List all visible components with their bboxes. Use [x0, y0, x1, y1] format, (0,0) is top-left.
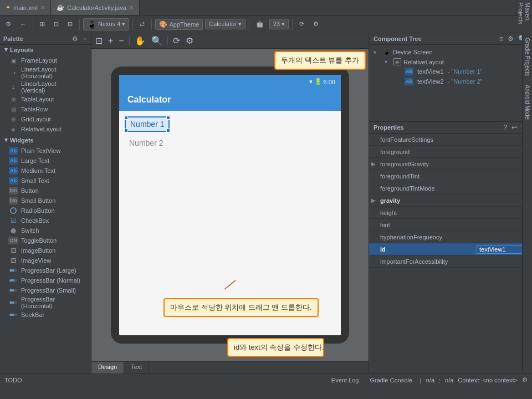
tree-item-device-screen[interactable]: ▾ 📱 Device Screen	[369, 47, 532, 57]
prop-row-fontFeatureSettings[interactable]: fontFeatureSettings	[369, 134, 532, 146]
palette-item-small-text[interactable]: Ab Small Text	[0, 176, 91, 186]
event-log-btn[interactable]: Event Log	[328, 377, 362, 383]
palette-item-radiobutton[interactable]: RadioButton	[0, 206, 91, 216]
palette-item-small-button[interactable]: btn Small Button	[0, 196, 91, 206]
tree-item-textview1[interactable]: Ab textView1 - "Number 1"	[369, 66, 532, 76]
zoom-out-btn[interactable]: −	[117, 36, 125, 46]
right-panel: 두개의 텍스트 뷰를 추가 Component Tree ≡ ⚙ 🔍 ▾ 📱 D…	[369, 33, 532, 374]
handle-tr[interactable]	[166, 116, 170, 120]
textview1-text: Number 1	[130, 120, 164, 129]
tab-text[interactable]: Text	[124, 362, 149, 374]
tree-item-textview2[interactable]: Ab textView2 - "Number 2"	[369, 76, 532, 86]
gradle-tab[interactable]: Gradle Projects	[523, 33, 531, 80]
prop-row-height[interactable]: height	[369, 207, 532, 219]
tab-design[interactable]: Design	[91, 362, 124, 374]
handle-tl[interactable]	[124, 116, 128, 120]
prop-row-foregroundTintMode[interactable]: foregroundTintMode	[369, 182, 532, 195]
palette-item-togglebutton[interactable]: ON ToggleButton	[0, 236, 91, 245]
palette-item-tablelayout[interactable]: ⊞ TableLayout	[0, 94, 91, 104]
progressbar-small-icon	[9, 286, 18, 295]
palette-settings-btn[interactable]: ⚙	[71, 35, 79, 43]
canvas-sep1	[129, 37, 130, 45]
palette-item-linearlayout-v[interactable]: ⇣ LinearLayout (Vertical)	[0, 80, 91, 94]
palette-item-framelayout[interactable]: ▣ FrameLayout	[0, 55, 91, 65]
prop-expand-gravity: ▶	[369, 197, 378, 203]
refresh-btn[interactable]: ⟳	[296, 19, 308, 29]
todo-label[interactable]: TODO	[4, 377, 22, 383]
calculator-dropdown[interactable]: Calculator ▾	[205, 19, 245, 29]
canvas-settings-btn[interactable]: ⚙	[184, 35, 195, 46]
prop-row-foregroundGravity[interactable]: ▶ foregroundGravity []	[369, 158, 532, 170]
prop-row-foregroundTint[interactable]: foregroundTint	[369, 170, 532, 182]
palette-item-progressbar-horizontal[interactable]: ProgressBar (Horizontal)	[0, 295, 91, 310]
widgets-section: Ab Plain TextView Ab Large Text Ab Mediu…	[0, 145, 91, 321]
prop-row-foreground[interactable]: foreground	[369, 146, 532, 158]
prop-row-gravity[interactable]: ▶ gravity []	[369, 195, 532, 207]
component-tree-expand-btn[interactable]: ⚙	[507, 35, 515, 43]
tab-calculator-java[interactable]: ☕ CalculatorActivity.java ✕	[51, 0, 140, 15]
refresh-canvas-btn[interactable]: ⟳	[171, 35, 182, 46]
textview2[interactable]: Number 2	[125, 136, 335, 150]
zoom-fit-btn[interactable]: ⊡	[94, 35, 104, 46]
orientation-btn[interactable]: ⇄	[136, 19, 148, 29]
palette-item-checkbox[interactable]: ☑ CheckBox	[0, 216, 91, 226]
apptheme-dropdown[interactable]: 🎨 AppTheme	[155, 19, 203, 30]
handle-br[interactable]	[166, 129, 170, 132]
nexus-dropdown[interactable]: 📱 Nexus 4 ▾	[83, 18, 129, 30]
plain-textview-icon: Ab	[9, 146, 18, 155]
zoom-btn[interactable]: 🔍	[150, 35, 164, 46]
palette-item-gridlayout[interactable]: ⊞ GridLayout	[0, 114, 91, 124]
palette-close-btn[interactable]: −	[81, 35, 88, 43]
palette-item-imagebutton[interactable]: 🖼 ImageButton	[0, 245, 91, 255]
palette-item-relativelayout[interactable]: ◈ RelativeLayout	[0, 124, 91, 134]
relativelayout-icon: ◈	[9, 125, 18, 134]
handle-bl[interactable]	[124, 129, 128, 132]
component-tree-sort-btn[interactable]: ≡	[498, 35, 504, 43]
tab-main-xml[interactable]: ✦ main.xml ✕	[0, 0, 51, 15]
palette-item-linearlayout-h[interactable]: ⇢ LinearLayout (Horizontal)	[0, 65, 91, 80]
api-btn[interactable]: 🤖	[253, 19, 267, 29]
palette-item-progressbar-normal[interactable]: ProgressBar (Normal)	[0, 275, 91, 285]
settings-btn2[interactable]: ⚙	[310, 19, 322, 29]
palette-item-imageview[interactable]: 🖼 ImageView	[0, 255, 91, 265]
arrow-back-button[interactable]: ←	[17, 20, 29, 29]
prop-name-id: id	[378, 246, 477, 253]
palette-item-medium-text[interactable]: Ab Medium Text	[0, 166, 91, 176]
close-icon-calculator-java[interactable]: ✕	[129, 4, 134, 11]
layout-btn[interactable]: ⊞	[37, 19, 48, 29]
palette-group-layouts[interactable]: ▾ Layouts	[0, 45, 91, 54]
layout-btn2[interactable]: ⊡	[50, 19, 62, 29]
maven-projects-tab[interactable]: Maven Projects	[516, 0, 532, 15]
tree-item-relativelayout[interactable]: ▾ ◈ RelativeLayout	[369, 57, 532, 66]
layout-btn3[interactable]: ⊟	[64, 19, 76, 29]
textview1-container[interactable]: Number 1	[125, 116, 335, 132]
palette-header-icons: ⚙ −	[71, 35, 88, 43]
textview1[interactable]: Number 1	[125, 116, 170, 132]
zoom-in-btn[interactable]: +	[106, 36, 115, 46]
palette-item-seekbar[interactable]: SeekBar	[0, 310, 91, 320]
prop-row-hint[interactable]: hint	[369, 219, 532, 231]
palette-item-progressbar-large[interactable]: ProgressBar (Large)	[0, 265, 91, 275]
api-dropdown[interactable]: 23 ▾	[269, 19, 289, 29]
properties-back-btn[interactable]: ↩	[510, 124, 518, 131]
properties-help-btn[interactable]: ?	[502, 124, 508, 131]
prop-name-hint: hint	[378, 222, 477, 228]
settings-button[interactable]: ⚙	[2, 19, 14, 29]
pan-btn[interactable]: ✋	[133, 35, 147, 46]
palette-item-switch[interactable]: ⬤ Switch	[0, 226, 91, 236]
prop-row-id[interactable]: id	[369, 243, 532, 255]
gradle-console-btn[interactable]: Gradle Console	[366, 377, 415, 383]
context-settings-icon[interactable]: ⚙	[522, 376, 528, 383]
palette-item-large-text[interactable]: Ab Large Text	[0, 156, 91, 166]
palette-item-tablerow[interactable]: ▤ TableRow	[0, 104, 91, 114]
android-tab[interactable]: Android Model	[523, 80, 531, 125]
palette-item-button[interactable]: btn Button	[0, 186, 91, 196]
close-icon-main-xml[interactable]: ✕	[40, 4, 45, 11]
canvas-toolbar: ⊡ + − ✋ 🔍 ⟳ ⚙	[91, 33, 369, 49]
palette-group-widgets[interactable]: ▾ Widgets	[0, 135, 91, 145]
prop-row-importantForAccessibility[interactable]: importantForAccessibility	[369, 255, 532, 268]
palette-item-plain-textview[interactable]: Ab Plain TextView	[0, 146, 91, 156]
palette-item-progressbar-small[interactable]: ProgressBar (Small)	[0, 285, 91, 295]
prop-row-hyphenationFrequency[interactable]: hyphenationFrequency	[369, 231, 532, 243]
sep3	[132, 19, 133, 30]
